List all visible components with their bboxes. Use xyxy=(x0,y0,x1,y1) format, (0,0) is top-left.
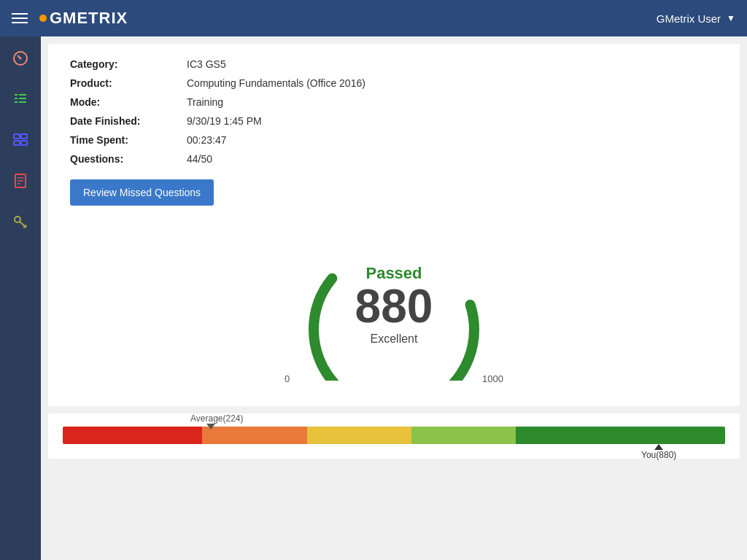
gauge-score: 880 xyxy=(355,283,433,330)
bar-red xyxy=(63,427,202,444)
main-content: Category: IC3 GS5 Product: Computing Fun… xyxy=(41,36,747,560)
time-label: Time Spent: xyxy=(70,134,187,146)
date-value: 9/30/19 1:45 PM xyxy=(187,115,262,127)
sidebar-item-key[interactable] xyxy=(7,209,34,235)
logo-dot xyxy=(39,15,47,22)
product-row: Product: Computing Fundamentals (Office … xyxy=(70,77,718,89)
bar-yellow xyxy=(307,427,411,444)
date-label: Date Finished: xyxy=(70,115,187,127)
average-label: Average(224) xyxy=(48,413,725,424)
result-card: Category: IC3 GS5 Product: Computing Fun… xyxy=(48,44,740,406)
sidebar xyxy=(0,36,41,560)
logo: GMETRIX xyxy=(39,9,128,28)
score-bar-section: Average(224) You(880) xyxy=(48,413,740,459)
hamburger-menu[interactable] xyxy=(12,13,28,23)
you-triangle-icon xyxy=(654,444,663,450)
sidebar-item-report[interactable] xyxy=(7,168,34,194)
questions-value: 44/50 xyxy=(187,153,212,165)
gauge-rating: Excellent xyxy=(355,332,433,346)
review-missed-button[interactable]: Review Missed Questions xyxy=(70,179,214,206)
svg-rect-10 xyxy=(14,141,20,145)
gauge-container: Passed 880 Excellent xyxy=(277,220,511,381)
user-menu[interactable]: GMetrix User ▼ xyxy=(657,12,735,25)
svg-rect-9 xyxy=(21,134,27,139)
svg-point-16 xyxy=(15,217,20,222)
svg-point-1 xyxy=(20,58,22,60)
time-row: Time Spent: 00:23:47 xyxy=(70,134,718,146)
mode-value: Training xyxy=(187,96,223,108)
bar-green xyxy=(516,427,725,444)
sidebar-item-dashboard[interactable] xyxy=(7,45,34,71)
gauge-center: Passed 880 Excellent xyxy=(355,264,433,346)
product-label: Product: xyxy=(70,77,187,89)
layout: Category: IC3 GS5 Product: Computing Fun… xyxy=(0,36,747,560)
logo-text: GMETRIX xyxy=(50,9,128,28)
navbar-left: GMETRIX xyxy=(12,9,128,28)
questions-label: Questions: xyxy=(70,153,187,165)
questions-row: Questions: 44/50 xyxy=(70,153,718,165)
gauge-section: Passed 880 Excellent 0 1000 xyxy=(70,220,718,392)
chevron-down-icon: ▼ xyxy=(727,13,735,23)
mode-label: Mode: xyxy=(70,96,187,108)
svg-line-17 xyxy=(20,222,26,228)
bar-light-green xyxy=(411,427,516,444)
mode-row: Mode: Training xyxy=(70,96,718,108)
navbar: GMETRIX GMetrix User ▼ xyxy=(0,0,747,36)
category-label: Category: xyxy=(70,58,187,70)
score-bar xyxy=(63,427,725,444)
user-name: GMetrix User xyxy=(657,12,721,25)
category-row: Category: IC3 GS5 xyxy=(70,58,718,70)
average-triangle-icon xyxy=(206,424,215,429)
bar-orange xyxy=(202,427,306,444)
average-marker xyxy=(206,424,215,429)
svg-rect-8 xyxy=(14,134,20,139)
info-table: Category: IC3 GS5 Product: Computing Fun… xyxy=(70,58,718,165)
you-label: You(880) xyxy=(641,450,676,460)
sidebar-item-card[interactable] xyxy=(7,127,34,153)
date-row: Date Finished: 9/30/19 1:45 PM xyxy=(70,115,718,127)
svg-rect-11 xyxy=(21,141,27,145)
time-value: 00:23:47 xyxy=(187,134,227,146)
sidebar-item-list[interactable] xyxy=(7,86,34,112)
score-bar-wrapper: You(880) xyxy=(63,427,725,444)
product-value: Computing Fundamentals (Office 2016) xyxy=(187,77,365,89)
you-marker: You(880) xyxy=(641,444,676,460)
category-value: IC3 GS5 xyxy=(187,58,226,70)
